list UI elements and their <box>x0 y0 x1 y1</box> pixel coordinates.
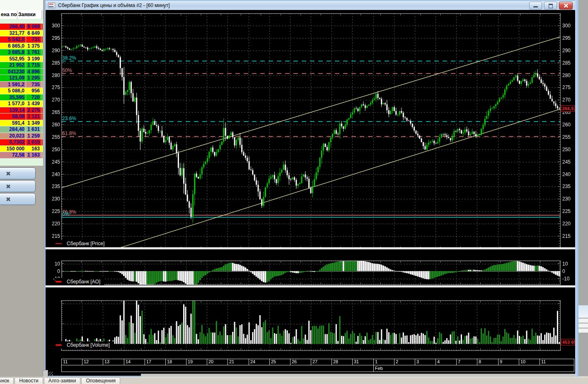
workspace-tab-Алго-заявки[interactable]: Алго-заявки <box>44 377 81 384</box>
cell-last-price: 321,77 <box>0 30 26 37</box>
cell-extra <box>41 82 43 88</box>
restore-button[interactable] <box>544 2 557 10</box>
cell-extra <box>41 43 43 50</box>
cell-last-price: 21 952 <box>0 62 26 69</box>
legend-price[interactable]: Сбербанк [Price] <box>56 240 109 247</box>
restore-icon <box>549 4 553 8</box>
chart-canvas[interactable] <box>46 10 575 374</box>
cell-extra <box>41 36 43 43</box>
cell-last-price: 0,7302 <box>0 139 26 146</box>
ao-series-label: Сбербанк [AO] <box>67 279 100 285</box>
quotes-empty-row <box>0 19 43 24</box>
workspace-tab-Новости[interactable]: Новости <box>15 377 43 384</box>
panel-splitter-ao[interactable] <box>46 247 575 249</box>
cell-last-price: 591,4 <box>0 120 26 127</box>
workspace-tab-Оповещения[interactable]: Оповещения <box>81 377 120 384</box>
quotes-panel-bottom <box>0 158 43 166</box>
cell-last-price: 6 865,0 <box>0 43 26 50</box>
table-row[interactable]: 552,953 199 <box>0 56 43 63</box>
chart-window-title: Сбербанк График цены и объёма #2 - [60 м… <box>58 2 170 8</box>
minimize-button[interactable] <box>529 2 542 10</box>
chart-window: Сбербанк График цены и объёма #2 - [60 м… <box>45 0 576 377</box>
cell-last-price: 5 542,5 <box>0 36 26 43</box>
legend-ao[interactable]: Сбербанк [AO] <box>56 278 104 285</box>
table-row[interactable]: 121,091 295 <box>0 75 43 82</box>
cell-extra <box>41 101 43 107</box>
cell-extra <box>41 88 43 94</box>
app-root: ена пос Заявки ьЗ 266,406 069321,776 849… <box>0 0 588 384</box>
table-row[interactable]: 284,401 631 <box>0 126 43 133</box>
cell-orders: 1 761 <box>26 49 41 56</box>
ao-series-marker <box>56 281 62 283</box>
table-row[interactable]: 3 685,81 761 <box>0 49 43 56</box>
cell-last-price: 284,40 <box>0 126 26 133</box>
cell-extra <box>41 62 43 69</box>
cell-extra <box>41 133 43 140</box>
chart-window-icon <box>48 2 55 8</box>
workspace-tabs: ынокНовостиАлго-заявкиОповещения <box>0 377 120 384</box>
cell-orders: 6 069 <box>26 24 41 30</box>
cell-orders: 720 <box>26 94 41 101</box>
cell-orders: 956 <box>26 88 41 94</box>
quotes-table[interactable]: ена пос Заявки ьЗ 266,406 069321,776 849… <box>0 10 43 159</box>
table-row[interactable]: 21 9521 715 <box>0 62 43 69</box>
quotes-header-row: ена пос Заявки ьЗ <box>0 10 43 19</box>
cell-last-price: 20,023 <box>0 133 26 140</box>
docked-window-close-button[interactable] <box>0 180 36 192</box>
table-row[interactable]: 1 591,2735 <box>0 82 43 88</box>
table-row[interactable]: 1 577,01 439 <box>0 101 43 107</box>
cell-last-price: 35,595 <box>0 94 26 101</box>
workspace-tab-ынок[interactable]: ынок <box>0 377 14 384</box>
table-row[interactable]: 6 865,01 375 <box>0 43 43 50</box>
table-row[interactable]: 150 000163 <box>0 146 43 152</box>
table-row[interactable]: 20,0231 259 <box>0 133 43 140</box>
quotes-panel-top <box>0 0 43 11</box>
table-row[interactable]: 5 086,0956 <box>0 88 43 94</box>
cell-orders: 1 349 <box>26 120 41 127</box>
table-row[interactable]: 35,595720 <box>0 94 43 101</box>
docked-window-close-button[interactable] <box>0 167 36 179</box>
cell-last-price: 1 577,0 <box>0 101 26 107</box>
column-header-last-price[interactable]: ена пос <box>0 10 17 19</box>
column-header-extra[interactable]: ьЗ <box>42 10 43 19</box>
cell-last-price: 041230 <box>0 69 26 75</box>
cell-orders: 1 375 <box>26 43 41 50</box>
table-row[interactable]: 0,73021 015 <box>0 139 43 146</box>
panel-splitter-volume[interactable] <box>46 285 575 287</box>
table-row[interactable]: 58,061 121 <box>0 114 43 120</box>
quotes-rows: 266,406 069321,776 8495 542,57316 865,01… <box>0 24 43 159</box>
cell-orders: 1 715 <box>26 62 41 69</box>
table-row[interactable]: 72,581 163 <box>0 152 43 159</box>
cell-extra <box>41 107 43 114</box>
table-row[interactable]: 591,41 349 <box>0 120 43 127</box>
column-header-orders[interactable]: Заявки <box>17 10 42 19</box>
legend-volume[interactable]: Сбербанк [Volume] <box>56 341 114 349</box>
cell-last-price: 552,95 <box>0 56 26 63</box>
cell-orders: 4 896 <box>26 69 41 75</box>
table-row[interactable]: 321,776 849 <box>0 30 43 37</box>
chart-window-titlebar[interactable]: Сбербанк График цены и объёма #2 - [60 м… <box>46 1 575 10</box>
cell-orders: 1 121 <box>26 114 41 120</box>
close-icon <box>564 3 569 8</box>
docked-window-close-button[interactable] <box>0 193 36 205</box>
cell-extra <box>41 30 43 37</box>
window-right-border <box>575 0 578 377</box>
cell-last-price: 72,58 <box>0 152 26 159</box>
close-button[interactable] <box>559 2 573 10</box>
table-row[interactable]: 139,142 275 <box>0 107 43 114</box>
table-row[interactable]: 5 542,5731 <box>0 36 43 43</box>
cell-last-price: 58,06 <box>0 114 26 120</box>
resize-grip-icon[interactable] <box>48 372 53 376</box>
bottom-tab-bar: ынокНовостиАлго-заявкиОповещения <box>0 377 588 384</box>
cell-last-price: 1 591,2 <box>0 82 26 88</box>
table-row[interactable]: 0412304 896 <box>0 69 43 75</box>
volume-series-label: Сбербанк [Volume] <box>67 342 110 348</box>
cell-extra <box>41 120 43 127</box>
cell-extra <box>41 126 43 133</box>
right-panel-band <box>578 324 588 328</box>
cell-orders: 2 275 <box>26 107 41 114</box>
cell-extra <box>41 94 43 101</box>
table-row[interactable]: 266,406 069 <box>0 24 43 30</box>
volume-series-marker <box>56 344 62 346</box>
cell-orders: 735 <box>26 82 41 88</box>
